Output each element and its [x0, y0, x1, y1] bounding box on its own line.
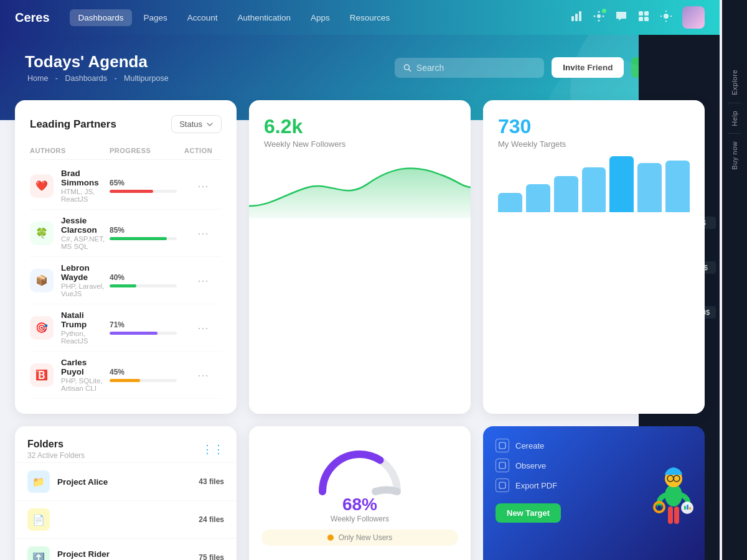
partner-name: Brad Simmons: [61, 169, 110, 187]
partner-name: Carles Puyol: [61, 358, 110, 376]
partner-name: Lebron Wayde: [61, 263, 110, 282]
nav-item-resources[interactable]: Resources: [341, 9, 399, 26]
promo-observe-label: Observe: [515, 461, 546, 470]
action-dots[interactable]: ⋯: [184, 274, 222, 287]
folder-name: Project Alice: [57, 477, 191, 487]
sun-icon[interactable]: [660, 10, 672, 26]
svg-point-4: [598, 11, 600, 12]
partner-skills: PHP, Laravel, VueJS: [61, 282, 110, 297]
leading-partners-card: Leading Partners Status AUTHORS PROGRESS…: [15, 100, 237, 414]
action-dots[interactable]: ⋯: [184, 368, 222, 382]
chat-icon[interactable]: [615, 10, 627, 26]
table-row: 📦 Lebron Wayde PHP, Laravel, VueJS 40% ⋯: [30, 257, 222, 304]
status-dropdown[interactable]: Status: [171, 115, 222, 133]
bar-chart-icon[interactable]: [570, 10, 583, 26]
search-icon: [403, 63, 411, 72]
weekly-gauge-card: 68% Weekly Followers Only New Users: [249, 426, 471, 560]
chevron-down-icon: [206, 121, 214, 128]
bar: [665, 161, 690, 212]
gauge-chart: [310, 439, 410, 501]
navbar-right: [570, 6, 705, 29]
folder-name: Project Rider: [57, 549, 191, 559]
action-dots[interactable]: ⋯: [184, 179, 222, 193]
svg-rect-2: [579, 11, 581, 21]
svg-point-3: [597, 14, 601, 18]
brand: Ceres: [15, 11, 50, 25]
search-box[interactable]: [395, 58, 544, 78]
col-authors: AUTHORS: [30, 147, 110, 154]
promo-card: Cereate Observe Export PDF Ne: [483, 426, 705, 560]
svg-rect-8: [639, 11, 643, 16]
partner-skills: Python, ReactJS: [61, 330, 110, 345]
table-row: 🅱️ Carles Puyol PHP, SQLite, Artisan CLI…: [30, 352, 222, 399]
col-progress: PROGRESS: [110, 147, 184, 154]
promo-option-icon: [496, 459, 509, 472]
avatar: 📦: [30, 269, 54, 292]
nav-item-pages[interactable]: Pages: [134, 9, 176, 26]
progress-pct: 71%: [110, 320, 177, 329]
svg-line-18: [409, 69, 411, 71]
svg-point-7: [603, 15, 604, 17]
bar: [609, 156, 634, 212]
promo-option-export: Export PDF: [496, 478, 692, 492]
only-new-users-badge: Only New Users: [261, 530, 458, 546]
nav-item-dashboards[interactable]: Dashboards: [70, 9, 133, 26]
avatar: 🍀: [30, 222, 54, 245]
search-input[interactable]: [416, 63, 535, 73]
partner-name: Jessie Clarcson: [61, 216, 110, 235]
promo-option-create: Cereate: [496, 439, 692, 452]
progress-pct: 45%: [110, 368, 177, 376]
svg-point-6: [594, 15, 596, 17]
progress-pct: 65%: [110, 179, 177, 187]
svg-rect-9: [644, 11, 649, 16]
svg-rect-1: [575, 14, 578, 21]
nav-item-account[interactable]: Account: [179, 9, 227, 26]
bar-chart: [498, 156, 690, 212]
only-new-users-label: Only New Users: [339, 533, 393, 542]
avatar: ❤️: [30, 174, 54, 198]
dark-sidebar: Explore Help Buy now: [722, 0, 747, 560]
bar: [526, 184, 550, 212]
breadcrumb: Home - Dashboards - Multipurpose: [25, 74, 171, 83]
folders-options-icon[interactable]: ⋮⋮: [202, 442, 224, 456]
progress-pct: 85%: [110, 226, 177, 235]
folder-count: 75 files: [199, 553, 224, 560]
svg-rect-10: [639, 17, 643, 21]
nav-item-apps[interactable]: Apps: [302, 9, 339, 26]
sparkle-icon[interactable]: [593, 10, 605, 26]
avatar[interactable]: [682, 6, 705, 29]
bar: [498, 193, 522, 213]
gauge-percent: 68%: [331, 495, 389, 515]
invite-friend-button[interactable]: Invite Friend: [552, 57, 624, 78]
folders-subtitle: 32 Active Folders: [27, 451, 85, 460]
grid-icon[interactable]: [637, 10, 650, 26]
col-action: ACTION: [184, 147, 222, 154]
folder-icon: 📁: [27, 470, 50, 493]
bar: [582, 167, 606, 212]
avatar: 🅱️: [30, 363, 54, 387]
sidebar-explore[interactable]: Explore: [731, 62, 738, 103]
page-title: Todays' Agenda: [25, 52, 171, 72]
partner-name: Natali Trump: [61, 310, 110, 329]
folder-icon: ⬆️: [27, 546, 50, 560]
promo-option-observe: Observe: [496, 459, 692, 472]
targets-card: 730 My Weekly Targets: [483, 100, 705, 414]
promo-export-label: Export PDF: [515, 481, 557, 490]
folder-count: 24 files: [199, 515, 224, 524]
list-item: ⬆️ Project Rider New frontend admin them…: [15, 538, 237, 560]
svg-rect-20: [499, 462, 505, 469]
followers-number: 6.2k: [264, 115, 456, 138]
sidebar-buy-now[interactable]: Buy now: [731, 134, 738, 177]
bar: [554, 176, 578, 213]
navbar: Ceres Dashboards Pages Account Authentic…: [0, 0, 720, 35]
table-row: 🍀 Jessie Clarcson C#, ASP.NET, MS SQL 85…: [30, 210, 222, 257]
sidebar-help[interactable]: Help: [731, 103, 738, 134]
svg-rect-11: [644, 17, 649, 21]
new-target-button[interactable]: New Target: [496, 503, 561, 523]
action-dots[interactable]: ⋯: [184, 226, 222, 240]
nav-item-authentication[interactable]: Authentication: [228, 9, 299, 26]
table-header: AUTHORS PROGRESS ACTION: [30, 143, 222, 160]
action-dots[interactable]: ⋯: [184, 321, 222, 335]
leading-partners-title: Leading Partners: [30, 118, 116, 131]
followers-card: 6.2k Weekly New Followers: [249, 100, 471, 414]
